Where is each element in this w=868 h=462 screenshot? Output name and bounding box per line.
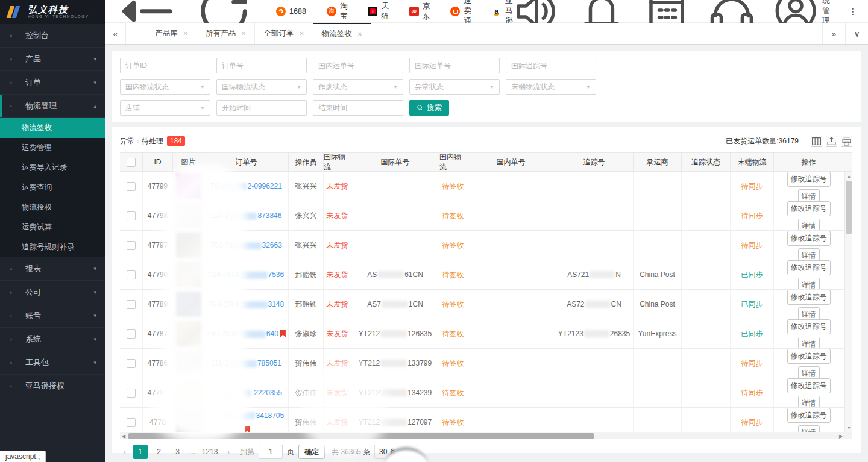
filter-date-field-1[interactable]	[318, 104, 398, 112]
edit-tracking-button[interactable]: 修改追踪号	[787, 231, 831, 246]
sidebar-subitem-4[interactable]: 物流授权	[0, 198, 105, 217]
detail-button[interactable]: 详情	[798, 396, 820, 407]
filter-select-4[interactable]: 末端物流状态▼	[506, 79, 596, 95]
product-thumbnail[interactable]	[176, 292, 201, 317]
vertical-scroll-thumb[interactable]	[846, 181, 852, 234]
detail-button[interactable]: 详情	[798, 248, 820, 260]
product-thumbnail[interactable]	[176, 173, 201, 199]
sidebar-subitem-0[interactable]: 物流签收	[0, 118, 105, 138]
product-thumbnail[interactable]	[176, 203, 201, 228]
row-checkbox[interactable]	[127, 241, 136, 250]
marketplace-link-淘宝[interactable]: 淘淘宝	[327, 1, 348, 22]
edit-tracking-button[interactable]: 修改追踪号	[787, 319, 831, 334]
goto-page-input[interactable]	[259, 445, 283, 459]
detail-button[interactable]: 详情	[798, 425, 820, 432]
next-page-icon[interactable]: ›	[224, 447, 232, 457]
sidebar-item-8[interactable]: 工具包▾	[0, 351, 105, 375]
sidebar-subitem-1[interactable]: 运费管理	[0, 138, 105, 158]
detail-button[interactable]: 详情	[798, 307, 820, 319]
row-checkbox[interactable]	[127, 329, 136, 339]
filter-input-field-4[interactable]	[511, 61, 591, 70]
edit-tracking-button[interactable]: 修改追踪号	[787, 408, 831, 423]
close-icon[interactable]: ✕	[357, 31, 362, 37]
filter-select-2[interactable]: 作废状态▼	[313, 79, 403, 95]
row-checkbox[interactable]	[127, 182, 136, 191]
sidebar-item-6[interactable]: 账号▾	[0, 304, 105, 328]
sidebar-item-5[interactable]: 公司▾	[0, 281, 105, 304]
product-thumbnail[interactable]	[176, 410, 201, 432]
horizontal-scroll-thumb[interactable]	[128, 433, 594, 439]
page-size-select[interactable]: 30 条/页∨	[374, 445, 418, 459]
columns-setting-icon[interactable]	[811, 136, 822, 147]
order-number-link[interactable]: 408-2220355	[210, 389, 282, 397]
export-icon[interactable]	[826, 136, 837, 147]
filter-input-field-1[interactable]	[222, 61, 301, 70]
order-number-link[interactable]: 702-7632663	[210, 241, 282, 249]
edit-tracking-button[interactable]: 修改追踪号	[787, 290, 831, 305]
print-icon[interactable]	[841, 136, 852, 147]
order-number-link[interactable]: 114-2873846	[211, 211, 282, 220]
tab-2[interactable]: 全部订单✕	[255, 23, 313, 44]
row-checkbox[interactable]	[127, 270, 136, 279]
tabs-scroll-left-icon[interactable]: «	[105, 23, 126, 44]
prev-page-icon[interactable]: ‹	[121, 447, 129, 457]
sidebar-item-1[interactable]: 产品▾	[0, 48, 105, 71]
edit-tracking-button[interactable]: 修改追踪号	[787, 201, 831, 216]
product-thumbnail[interactable]	[176, 233, 201, 258]
edit-tracking-button[interactable]: 修改追踪号	[787, 349, 831, 364]
sidebar-subitem-3[interactable]: 运费查询	[0, 178, 105, 198]
tab-1[interactable]: 所有产品✕	[197, 23, 255, 44]
row-checkbox[interactable]	[127, 389, 136, 398]
page-button-3[interactable]: 3	[171, 445, 185, 459]
row-checkbox[interactable]	[127, 359, 136, 368]
product-thumbnail[interactable]	[176, 380, 201, 405]
row-checkbox[interactable]	[127, 418, 136, 427]
detail-button[interactable]: 详情	[798, 278, 820, 289]
confirm-button[interactable]: 确定	[298, 445, 325, 459]
filter-select-shop[interactable]: 店铺▼	[120, 100, 210, 116]
close-icon[interactable]: ✕	[183, 30, 188, 37]
sidebar-item-0[interactable]: 控制台	[0, 24, 105, 48]
order-number-link[interactable]: 026-76137536	[209, 270, 284, 279]
tabs-menu-icon[interactable]: ∨	[845, 23, 868, 44]
detail-button[interactable]: 详情	[798, 189, 820, 201]
tab-3[interactable]: 物流签收✕	[313, 23, 371, 44]
sidebar-item-3[interactable]: 物流管理▴	[0, 95, 105, 118]
scroll-left-icon[interactable]: ◀	[120, 432, 127, 440]
filter-date-field-0[interactable]	[222, 104, 301, 112]
filter-input-field-0[interactable]	[125, 61, 205, 70]
vertical-scrollbar[interactable]: ▲ ▼	[844, 172, 852, 432]
product-thumbnail[interactable]	[176, 321, 201, 346]
detail-button[interactable]: 详情	[798, 219, 820, 230]
product-thumbnail[interactable]	[176, 351, 201, 376]
detail-button[interactable]: 详情	[798, 366, 820, 378]
product-thumbnail[interactable]	[176, 262, 201, 287]
edit-tracking-button[interactable]: 修改追踪号	[787, 378, 831, 393]
edit-tracking-button[interactable]: 修改追踪号	[787, 260, 831, 275]
close-icon[interactable]: ✕	[241, 30, 246, 37]
home-tab-icon[interactable]	[126, 23, 146, 44]
tab-0[interactable]: 产品库✕	[146, 23, 197, 44]
sidebar-subitem-6[interactable]: 追踪号规则补录	[0, 237, 105, 257]
horizontal-scrollbar[interactable]: ◀ ▶	[120, 432, 852, 439]
filter-input-field-2[interactable]	[318, 61, 398, 70]
sidebar-subitem-5[interactable]: 运费试算	[0, 217, 105, 237]
filter-select-3[interactable]: 异常状态▼	[409, 79, 500, 95]
scroll-right-icon[interactable]: ▶	[837, 432, 844, 440]
sidebar-item-7[interactable]: 系统▾	[0, 328, 105, 351]
scroll-up-icon[interactable]: ▲	[845, 172, 853, 180]
page-button-1213[interactable]: 1213	[200, 445, 221, 459]
row-checkbox[interactable]	[127, 300, 136, 309]
order-number-link[interactable]: 762-0996221	[210, 182, 282, 190]
detail-button[interactable]: 详情	[798, 337, 820, 348]
row-checkbox[interactable]	[127, 211, 136, 220]
order-number-link[interactable]: 408-43418705	[209, 411, 284, 420]
page-button-1[interactable]: 1	[133, 445, 148, 459]
close-icon[interactable]: ✕	[299, 30, 304, 37]
sidebar-subitem-2[interactable]: 运费导入记录	[0, 158, 105, 178]
sidebar-item-4[interactable]: 报表▾	[0, 257, 105, 281]
marketplace-link-天猫[interactable]: T天猫	[368, 1, 389, 22]
page-button-2[interactable]: 2	[152, 445, 166, 459]
scroll-down-icon[interactable]: ▼	[845, 424, 853, 432]
kebab-menu-icon[interactable]: ⋮	[849, 7, 857, 16]
